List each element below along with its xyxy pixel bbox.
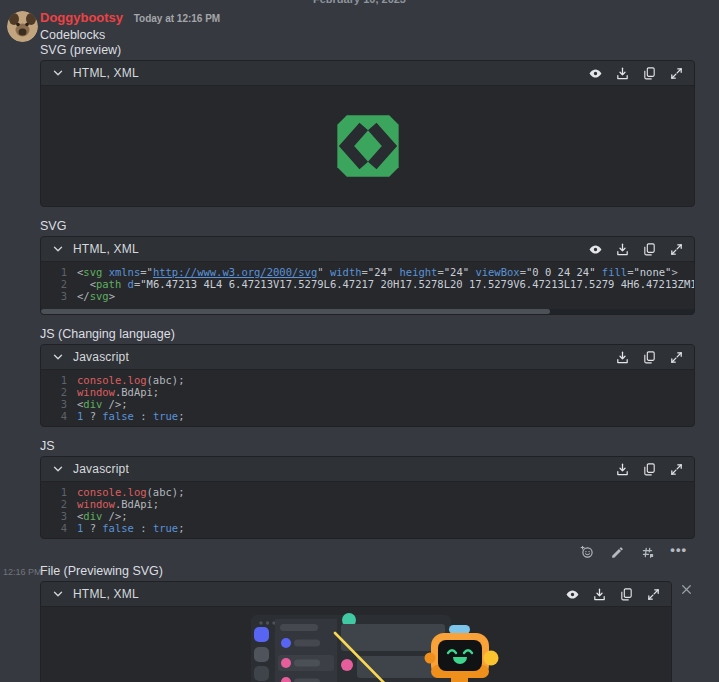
codeblock-language: HTML, XML xyxy=(73,66,139,80)
codeblock-actions xyxy=(588,242,684,257)
expand-icon[interactable] xyxy=(669,350,684,365)
download-icon[interactable] xyxy=(615,462,630,477)
avatar[interactable] xyxy=(7,11,38,42)
block-label-js: JS xyxy=(40,439,695,453)
codeblock-js: Javascript 1console.log(abc);2window.BdA… xyxy=(40,456,695,539)
eye-icon[interactable] xyxy=(588,66,603,81)
chevron-down-icon[interactable] xyxy=(51,462,65,476)
code-line: 2window.BdApi; xyxy=(41,386,694,398)
line-number: 1 xyxy=(41,374,77,386)
codeblock-header: HTML, XML xyxy=(41,61,694,86)
add-reaction-icon[interactable] xyxy=(580,545,595,560)
date-divider: February 10, 2023 xyxy=(16,0,703,5)
copy-icon[interactable] xyxy=(642,242,657,257)
message-timestamp: Today at 12:16 PM xyxy=(134,13,221,24)
codeblock-file-preview: HTML, XML xyxy=(40,581,672,682)
block-label-svg: SVG xyxy=(40,219,695,233)
line-number: 2 xyxy=(41,278,77,290)
message-column: Doggybootsy Today at 12:16 PM Codeblocks… xyxy=(40,10,695,682)
download-icon[interactable] xyxy=(615,242,630,257)
chevron-down-icon[interactable] xyxy=(51,350,65,364)
scrollbar-thumb[interactable] xyxy=(41,309,550,314)
code-line: 2 <path d="M6.47213 4L4 6.47213V17.5279L… xyxy=(41,278,694,290)
message-text: Codeblocks xyxy=(40,28,695,42)
codeblock-actions xyxy=(588,66,684,81)
thread-icon[interactable] xyxy=(640,545,655,560)
username[interactable]: Doggybootsy xyxy=(40,10,123,25)
block-label-js-changing: JS (Changing language) xyxy=(40,327,695,341)
line-number: 4 xyxy=(41,522,77,534)
chevron-down-icon[interactable] xyxy=(51,242,65,256)
code-content: 1<svg xmlns="http://www.w3.org/2000/svg"… xyxy=(41,262,694,306)
svg-file-preview-canvas xyxy=(41,607,671,682)
file-message: 12:16 PM File (Previewing SVG) HTML, XML xyxy=(40,564,695,682)
pug-avatar-image xyxy=(7,11,38,42)
code-line: 3<div />; xyxy=(41,510,694,522)
expand-icon[interactable] xyxy=(669,242,684,257)
code-brackets-icon xyxy=(322,100,414,192)
codeblock-header: Javascript xyxy=(41,457,694,482)
codeblock-language: HTML, XML xyxy=(73,242,139,256)
copy-icon[interactable] xyxy=(642,350,657,365)
code-line: 41 ? false : true; xyxy=(41,410,694,422)
codeblock-language: HTML, XML xyxy=(73,587,139,601)
remove-attachment-button[interactable] xyxy=(680,582,693,595)
line-number: 2 xyxy=(41,498,77,510)
expand-icon[interactable] xyxy=(646,587,661,602)
copy-icon[interactable] xyxy=(642,462,657,477)
date-divider-label: February 10, 2023 xyxy=(313,0,406,5)
code-line: 2window.BdApi; xyxy=(41,498,694,510)
download-icon[interactable] xyxy=(592,587,607,602)
gutter-timestamp: 12:16 PM xyxy=(3,567,42,577)
robot-illustration xyxy=(239,611,517,682)
codeblock-svg-source: HTML, XML 1<svg xmlns="http://www.w3.org… xyxy=(40,236,695,315)
message-header: Doggybootsy Today at 12:16 PM xyxy=(40,10,695,27)
code-line: 1console.log(abc); xyxy=(41,374,694,386)
eye-icon[interactable] xyxy=(565,587,580,602)
file-attachment: HTML, XML xyxy=(40,581,672,682)
copy-icon[interactable] xyxy=(619,587,634,602)
discord-chat-window: February 10, 2023 Doggybootsy Today at 1… xyxy=(0,0,719,682)
download-icon[interactable] xyxy=(615,66,630,81)
ellipsis-icon[interactable]: ••• xyxy=(670,545,687,560)
horizontal-scrollbar xyxy=(41,309,694,314)
expand-icon[interactable] xyxy=(669,462,684,477)
copy-icon[interactable] xyxy=(642,66,657,81)
download-icon[interactable] xyxy=(615,350,630,365)
codeblock-header: HTML, XML xyxy=(41,582,671,607)
codeblock-language: Javascript xyxy=(73,462,129,476)
code-content: 1console.log(abc);2window.BdApi;3<div />… xyxy=(41,482,694,538)
line-number: 4 xyxy=(41,410,77,422)
code-line: 1<svg xmlns="http://www.w3.org/2000/svg"… xyxy=(41,266,694,278)
codeblock-svg-preview: HTML, XML xyxy=(40,60,695,207)
codeblock-header: Javascript xyxy=(41,345,694,370)
code-line: 3<div />; xyxy=(41,398,694,410)
code-content: 1console.log(abc);2window.BdApi;3<div />… xyxy=(41,370,694,426)
codeblock-header: HTML, XML xyxy=(41,237,694,262)
svg-preview-canvas xyxy=(41,86,694,206)
codeblock-language: Javascript xyxy=(73,350,129,364)
codeblock-actions xyxy=(615,350,684,365)
close-icon xyxy=(680,583,693,596)
code-line: 3</svg> xyxy=(41,290,694,302)
line-number: 3 xyxy=(41,290,77,302)
line-number: 2 xyxy=(41,386,77,398)
chevron-down-icon[interactable] xyxy=(51,66,65,80)
expand-icon[interactable] xyxy=(669,66,684,81)
eye-icon[interactable] xyxy=(588,242,603,257)
codeblock-actions xyxy=(565,587,661,602)
codeblock-js-changing: Javascript 1console.log(abc);2window.BdA… xyxy=(40,344,695,427)
line-number: 1 xyxy=(41,266,77,278)
code-line: 1console.log(abc); xyxy=(41,486,694,498)
message-text: SVG (preview) xyxy=(40,43,695,57)
code-line: 41 ? false : true; xyxy=(41,522,694,534)
file-message-text: File (Previewing SVG) xyxy=(40,564,695,578)
message-toolbar: ••• xyxy=(40,545,687,559)
line-number: 3 xyxy=(41,510,77,522)
chevron-down-icon[interactable] xyxy=(51,587,65,601)
codeblock-actions xyxy=(615,462,684,477)
pencil-icon[interactable] xyxy=(610,545,625,560)
line-number: 3 xyxy=(41,398,77,410)
line-number: 1 xyxy=(41,486,77,498)
